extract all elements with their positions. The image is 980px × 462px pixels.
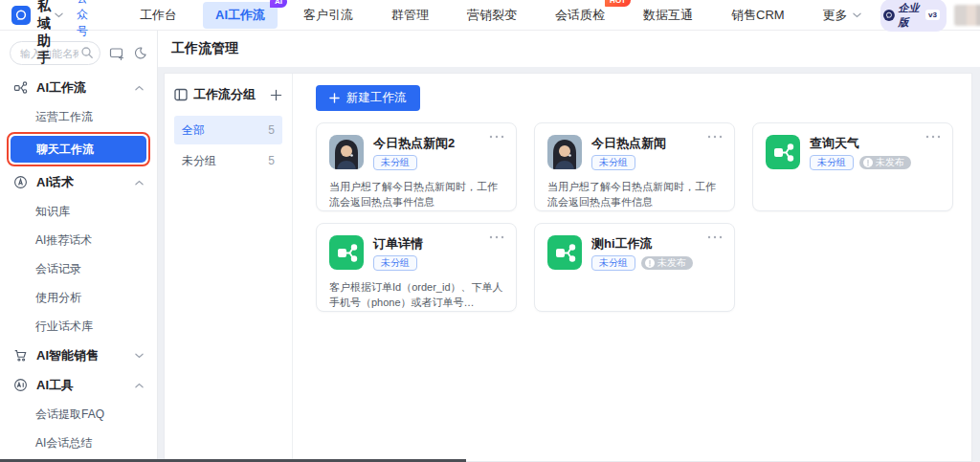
workflow-card[interactable]: 今日热点新闻 未分组 当用户想了解今日热点新闻时，工作流会返回热点事件信息 [534,122,735,211]
search-box [10,41,100,65]
group-item-all[interactable]: 全部 5 [174,116,282,144]
group-list: 全部 5 未分组 5 [174,116,282,175]
sidebar-section-ai-tools[interactable]: AI工具 [0,370,157,400]
group-tag: 未分组 [373,255,417,271]
page-header: 工作流管理 [158,31,980,67]
more-menu-button[interactable] [925,135,941,139]
workflow-icon [13,80,28,95]
workflow-avatar [329,135,364,169]
ai-tools-icon [13,378,28,392]
sidebar-item-operation-workflow[interactable]: 运营工作流 [0,102,157,131]
group-tag: 未分组 [591,255,635,271]
chevron-up-icon [135,180,144,186]
more-menu-button[interactable] [489,235,504,239]
ai-badge: AI [270,0,287,8]
main-nav: 工作台 AI工作流 AI 客户引流 群管理 营销裂变 会话质检 HOT 数据互通… [121,2,880,29]
content-column: 工作流管理 工作流分组 [158,31,980,462]
workflow-groups-panel: 工作流分组 全部 5 未分组 5 [165,74,293,461]
sidebar-section-ai-sales[interactable]: AI智能销售 [0,341,157,370]
sidebar-item-usage-analysis[interactable]: 使用分析 [0,283,157,312]
chevron-up-icon [135,85,144,91]
nav-label: 客户引流 [303,8,353,22]
user-avatar[interactable] [954,5,980,26]
nav-item-conversation-qc[interactable]: 会话质检 HOT [543,2,617,29]
section-label: AI话术 [36,174,74,191]
sidebar-item-ai-summary[interactable]: AI会话总结 [0,429,157,457]
workflow-green-icon [547,235,582,270]
unpublished-label: 未发布 [657,257,686,269]
nav-item-data-integration[interactable]: 数据互通 [631,2,705,29]
plus-icon [329,93,340,103]
groups-header: 工作流分组 [174,86,282,103]
group-label: 全部 [182,122,205,139]
sidebar-item-ai-recommended-scripts[interactable]: AI推荐话术 [0,226,157,254]
workflow-cards-area: 新建工作流 [293,74,971,461]
unpublished-badge: 未发布 [641,256,693,270]
group-item-ungrouped[interactable]: 未分组 5 [174,146,282,175]
workflow-card[interactable]: 今日热点新闻2 未分组 当用户想了解今日热点新闻时，工作流会返回热点事件信息 [316,122,517,211]
info-icon [645,258,655,268]
account-area: 企业版 v3 [880,0,980,32]
new-workflow-label: 新建工作流 [346,90,407,106]
nav-item-customer-acquisition[interactable]: 客户引流 [291,2,366,29]
section-label: AI工作流 [36,79,86,97]
nav-item-group-management[interactable]: 群管理 [379,2,441,29]
workflow-green-icon [766,135,800,169]
account-type-link[interactable]: 公众号 [77,0,88,39]
nav-label: 工作台 [140,8,177,22]
info-icon [863,158,873,167]
nav-item-workbench[interactable]: 工作台 [127,2,189,29]
sidebar: AI工作流 运营工作流 聊天工作流 AI话术 知识库 AI推荐话术 会话记录 [0,31,158,462]
workflow-title: 今日热点新闻2 [373,135,455,150]
group-count: 5 [268,154,275,167]
app-window: 芝麻私域助手 公众号 工作台 AI工作流 AI 客户引流 群管理 营销裂变 会话… [0,0,980,462]
top-navbar: 芝麻私域助手 公众号 工作台 AI工作流 AI 客户引流 群管理 营销裂变 会话… [0,0,980,31]
plan-logo-icon [883,8,895,23]
chevron-down-icon [135,353,144,359]
plan-version: v3 [925,10,940,20]
sidebar-item-conversation-records[interactable]: 会话记录 [0,254,157,283]
nav-item-more[interactable]: 更多 [811,2,874,29]
nav-item-sales-crm[interactable]: 销售CRM [719,2,797,29]
workflow-description: 当用户想了解今日热点新闻时，工作流会返回热点事件信息 [547,179,722,209]
workflow-card[interactable]: 查询天气 未分组 未发布 [752,122,953,211]
more-menu-button[interactable] [707,235,723,239]
new-window-icon[interactable] [109,46,124,61]
group-tag: 未分组 [810,155,854,170]
nav-item-marketing-fission[interactable]: 营销裂变 [455,2,529,29]
sidebar-item-industry-script-library[interactable]: 行业话术库 [0,312,157,341]
group-panel-icon [174,88,188,101]
sidebar-section-ai-scripts[interactable]: AI话术 [0,167,157,197]
group-tag: 未分组 [591,155,635,170]
chevron-down-icon[interactable] [55,12,63,18]
chevron-down-icon [853,12,861,18]
more-menu-button[interactable] [489,135,504,139]
workflow-title: 测hi工作流 [591,235,693,251]
search-icon[interactable] [80,46,94,59]
new-workflow-button[interactable]: 新建工作流 [316,85,420,111]
app-logo-icon [11,6,31,25]
more-menu-button[interactable] [707,135,723,139]
app-body: AI工作流 运营工作流 聊天工作流 AI话术 知识库 AI推荐话术 会话记录 [0,31,980,462]
workflow-card[interactable]: 测hi工作流 未分组 未发布 [534,223,735,312]
workflow-title: 查询天气 [810,135,911,150]
sidebar-item-faq-extraction[interactable]: 会话提取FAQ [0,400,157,429]
nav-label: 营销裂变 [467,8,517,22]
nav-label: 更多 [823,7,848,24]
group-label: 未分组 [182,153,216,169]
nav-label: 数据互通 [643,8,693,22]
sidebar-item-knowledge-base[interactable]: 知识库 [0,197,157,226]
hot-badge: HOT [605,0,631,7]
script-icon [13,175,28,189]
sidebar-item-chat-workflow[interactable]: 聊天工作流 [11,136,146,163]
workflow-card[interactable]: 订单详情 未分组 客户根据订单Id（order_id）、下单人手机号（phone… [316,223,517,312]
nav-label: AI工作流 [215,8,265,22]
sidebar-section-ai-workflow[interactable]: AI工作流 [0,73,157,102]
page-title: 工作流管理 [171,40,238,57]
nav-item-ai-workflow[interactable]: AI工作流 AI [203,2,278,29]
dark-mode-icon[interactable] [133,46,147,60]
group-tag: 未分组 [373,155,417,170]
section-label: AI工具 [36,377,74,394]
workflow-green-icon [329,235,364,270]
add-group-button[interactable] [270,89,282,101]
